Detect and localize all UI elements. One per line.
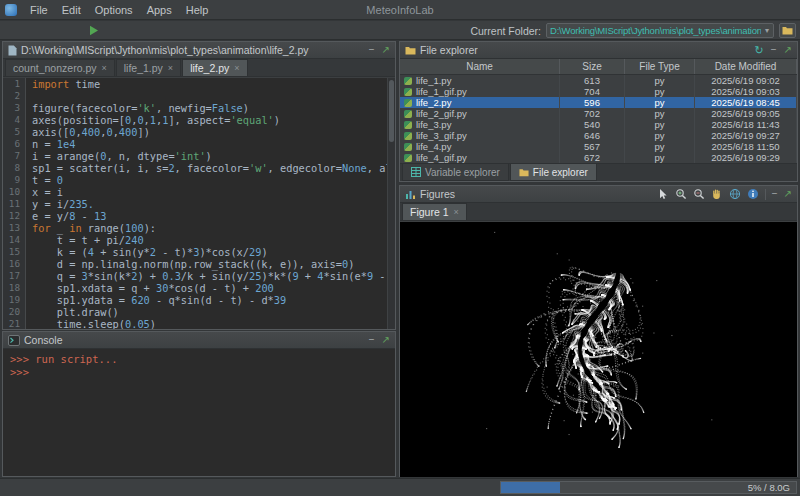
play-icon	[88, 25, 99, 36]
console-icon	[8, 335, 20, 346]
code-text: sp1 = scatter(i, i, s=2, facecolor='w', …	[26, 162, 395, 174]
code-line[interactable]: 12e = y/8 - 13	[3, 210, 395, 222]
editor-scrollbar[interactable]	[387, 78, 395, 329]
code-line[interactable]: 10x = i	[3, 186, 395, 198]
console-panel: Console − ↗ >>> run script...>>>	[2, 331, 396, 477]
code-line[interactable]: 17 q = 3*sin(k*2) + 0.3/k + sin(y/25)*k*…	[3, 270, 395, 282]
run-script-button[interactable]	[86, 23, 100, 37]
full-extent-globe-icon[interactable]	[729, 188, 741, 200]
code-line[interactable]: 7i = arange(0, n, dtype='int')	[3, 150, 395, 162]
code-line[interactable]: 18 sp1.xdata = q + 30*cos(d - t) + 200	[3, 282, 395, 294]
code-line[interactable]: 4axes(position=[0,0,1,1], aspect='equal'…	[3, 114, 395, 126]
tab-variable-explorer[interactable]: Variable explorer	[402, 164, 509, 181]
file-type: py	[625, 130, 695, 141]
file-name-cell: life_3_gif.py	[400, 130, 560, 141]
code-editor[interactable]: 1import time23figure(facecolor='k', newf…	[3, 78, 395, 329]
menu-edit[interactable]: Edit	[55, 0, 88, 20]
line-number: 21	[3, 318, 26, 329]
float-panel-icon[interactable]: ↗	[382, 335, 390, 345]
code-line[interactable]: 16 d = np.linalg.norm(np.row_stack((k, e…	[3, 258, 395, 270]
code-line[interactable]: 3figure(facecolor='k', newfig=False)	[3, 102, 395, 114]
column-header-file-type[interactable]: File Type	[625, 59, 695, 74]
minimize-icon[interactable]: −	[369, 45, 375, 55]
file-type: py	[625, 108, 695, 119]
table-row[interactable]: life_4_gif.py672py2025/6/19 09:29	[400, 152, 797, 163]
column-header-size[interactable]: Size	[560, 59, 625, 74]
close-tab-icon[interactable]: ×	[168, 64, 173, 73]
code-text: sp1.ydata = 620 - q*sin(d - t) - d*39	[26, 294, 286, 306]
code-line[interactable]: 2	[3, 90, 395, 102]
table-row[interactable]: life_2.py596py2025/6/19 08:45	[400, 97, 797, 108]
figure-canvas[interactable]	[400, 222, 797, 477]
select-cursor-icon[interactable]	[657, 188, 669, 200]
tab-label: File explorer	[533, 167, 588, 178]
editor-tab-life-1[interactable]: life_1.py ×	[116, 59, 181, 76]
table-row[interactable]: life_3.py540py2025/6/18 11:43	[400, 119, 797, 130]
editor-tab-life-2[interactable]: life_2.py ×	[182, 59, 247, 76]
console-output[interactable]: >>> run script...>>>	[3, 349, 395, 476]
zoom-out-icon[interactable]	[693, 188, 705, 200]
close-tab-icon[interactable]: ×	[234, 64, 239, 73]
code-line[interactable]: 13for _ in range(100):	[3, 222, 395, 234]
memory-usage-fill	[501, 482, 560, 493]
table-row[interactable]: life_4.py567py2025/6/18 11:50	[400, 141, 797, 152]
python-file-icon	[404, 77, 412, 85]
scrollbar-thumb[interactable]	[389, 80, 394, 142]
close-tab-icon[interactable]: ×	[101, 64, 106, 73]
file-size: 702	[560, 108, 625, 119]
float-panel-icon[interactable]: ↗	[784, 189, 792, 199]
file-name-cell: life_2_gif.py	[400, 108, 560, 119]
code-line[interactable]: 8sp1 = scatter(i, i, s=2, facecolor='w',…	[3, 162, 395, 174]
python-file-icon	[404, 88, 412, 96]
minimize-icon[interactable]: −	[772, 189, 778, 199]
menu-help[interactable]: Help	[179, 0, 216, 20]
figure-viewport[interactable]	[400, 222, 797, 476]
line-number: 6	[3, 138, 26, 150]
code-text: n = 1e4	[26, 138, 75, 150]
column-header-date-modified[interactable]: Date Modified	[695, 59, 797, 74]
current-folder-combobox[interactable]: D:\Working\MIScript\Jython\mis\plot_type…	[546, 23, 774, 38]
chevron-down-icon[interactable]: ▾	[761, 26, 773, 35]
browse-folder-button[interactable]	[779, 23, 796, 38]
column-header-name[interactable]: Name	[400, 59, 560, 74]
code-line[interactable]: 6n = 1e4	[3, 138, 395, 150]
code-line[interactable]: 15 k = (4 + sin(y*2 - t)*3)*cos(x/29)	[3, 246, 395, 258]
code-text: sp1.xdata = q + 30*cos(d - t) + 200	[26, 282, 274, 294]
code-line[interactable]: 20 plt.draw()	[3, 306, 395, 318]
file-date: 2025/6/19 08:45	[695, 97, 797, 108]
code-line[interactable]: 21 time.sleep(0.05)	[3, 318, 395, 329]
refresh-icon[interactable]: ↻	[755, 45, 764, 56]
menu-file[interactable]: File	[23, 0, 55, 20]
line-number: 8	[3, 162, 26, 174]
code-line[interactable]: 14 t = t + pi/240	[3, 234, 395, 246]
file-type: py	[625, 152, 695, 163]
tab-file-explorer[interactable]: File explorer	[510, 164, 597, 181]
code-line[interactable]: 9t = 0	[3, 174, 395, 186]
figures-titlebar: Figures − ↗	[400, 186, 797, 203]
code-line[interactable]: 5axis([0,400,0,400])	[3, 126, 395, 138]
identify-info-icon[interactable]	[747, 188, 759, 200]
code-line[interactable]: 19 sp1.ydata = 620 - q*sin(d - t) - d*39	[3, 294, 395, 306]
minimize-icon[interactable]: −	[771, 45, 777, 55]
minimize-icon[interactable]: −	[369, 335, 375, 345]
menu-apps[interactable]: Apps	[140, 0, 179, 20]
file-type: py	[625, 86, 695, 97]
editor-panel: D:\Working\MIScript\Jython\mis\plot_type…	[2, 41, 396, 330]
table-row[interactable]: life_3_gif.py646py2025/6/19 09:27	[400, 130, 797, 141]
editor-file-path: D:\Working\MIScript\Jython\mis\plot_type…	[21, 44, 309, 56]
editor-tab-count-nonzero[interactable]: count_nonzero.py ×	[5, 59, 115, 76]
zoom-in-icon[interactable]	[675, 188, 687, 200]
float-panel-icon[interactable]: ↗	[382, 45, 390, 55]
code-line[interactable]: 1import time	[3, 78, 395, 90]
code-line[interactable]: 11y = i/235.	[3, 198, 395, 210]
table-row[interactable]: life_1_gif.py704py2025/6/19 09:03	[400, 86, 797, 97]
table-row[interactable]: life_2_gif.py702py2025/6/19 09:05	[400, 108, 797, 119]
figure-tab-1[interactable]: Figure 1 ×	[402, 203, 467, 220]
pan-hand-icon[interactable]	[711, 188, 723, 200]
table-row[interactable]: life_1.py613py2025/6/19 09:02	[400, 75, 797, 86]
menu-options[interactable]: Options	[88, 0, 140, 20]
main-toolbar: Current Folder: D:\Working\MIScript\Jyth…	[0, 21, 800, 40]
console-titlebar: Console − ↗	[3, 332, 395, 349]
float-panel-icon[interactable]: ↗	[784, 45, 792, 55]
close-tab-icon[interactable]: ×	[454, 208, 459, 217]
